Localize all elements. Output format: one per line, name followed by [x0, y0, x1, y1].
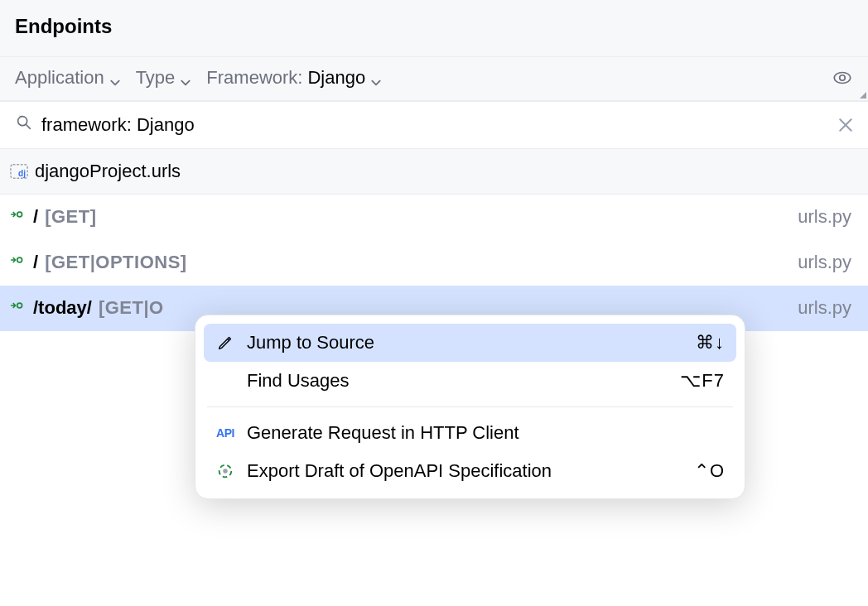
svg-point-1 [840, 75, 846, 81]
context-menu-item-jump-to-source[interactable]: Jump to Source ⌘↓ [204, 324, 736, 362]
pencil-icon [215, 333, 235, 353]
svg-point-8 [17, 212, 22, 217]
context-menu-item-find-usages[interactable]: Find Usages ⌥F7 [204, 362, 736, 400]
api-icon: API [215, 423, 235, 443]
search-row [0, 102, 868, 149]
context-menu-item-export-openapi[interactable]: Export Draft of OpenAPI Specification ⌃O [204, 452, 736, 490]
svg-line-11 [228, 339, 229, 340]
filter-framework-label: Framework: [206, 67, 302, 89]
filter-type[interactable]: Type [136, 67, 192, 89]
filter-application-label: Application [15, 67, 104, 89]
svg-point-0 [834, 73, 851, 84]
svg-text:dj: dj [18, 169, 26, 178]
route-icon [10, 254, 27, 271]
endpoint-path: / [33, 206, 38, 228]
search-icon[interactable] [15, 113, 33, 137]
endpoint-row[interactable]: / [GET] urls.py [0, 195, 868, 240]
endpoint-file: urls.py [798, 297, 858, 319]
panel-title: Endpoints [0, 0, 868, 56]
endpoint-row[interactable]: / [GET|OPTIONS] urls.py [0, 240, 868, 286]
openapi-icon [215, 461, 235, 481]
context-menu-label: Find Usages [247, 370, 668, 392]
endpoint-file: urls.py [798, 206, 858, 228]
filter-application[interactable]: Application [15, 67, 121, 89]
filter-framework[interactable]: Framework: Django [206, 67, 382, 89]
context-menu-separator [207, 406, 733, 407]
chevron-down-icon [180, 72, 191, 84]
route-icon [10, 300, 27, 316]
svg-point-2 [18, 117, 27, 126]
context-menu-shortcut: ⌃O [694, 460, 725, 482]
chevron-down-icon [370, 72, 382, 84]
django-file-icon: dj [10, 162, 28, 180]
resize-grip-icon [860, 92, 866, 99]
section-title: djangoProject.urls [35, 161, 181, 182]
endpoint-path: /today/ [33, 297, 92, 319]
filter-framework-value: Django [307, 67, 365, 89]
section-header[interactable]: dj djangoProject.urls [0, 149, 868, 195]
context-menu: Jump to Source ⌘↓ Find Usages ⌥F7 API Ge… [195, 315, 745, 499]
endpoint-path: / [33, 252, 38, 273]
endpoint-methods: [GET] [45, 206, 96, 228]
endpoint-methods: [GET|O [99, 297, 164, 319]
context-menu-shortcut: ⌘↓ [696, 332, 725, 354]
context-menu-shortcut: ⌥F7 [680, 370, 725, 392]
context-menu-label: Generate Request in HTTP Client [247, 422, 713, 444]
clear-search-button[interactable] [838, 118, 853, 132]
endpoint-file: urls.py [798, 252, 858, 273]
filter-type-label: Type [136, 67, 176, 89]
svg-point-10 [17, 303, 22, 308]
filter-bar: Application Type Framework: Django [0, 56, 868, 101]
context-menu-item-generate-request[interactable]: API Generate Request in HTTP Client [204, 414, 736, 452]
svg-line-3 [27, 125, 31, 129]
svg-point-13 [223, 469, 228, 474]
context-menu-label: Export Draft of OpenAPI Specification [247, 460, 682, 482]
eye-icon [832, 67, 853, 89]
preview-toggle[interactable] [832, 67, 853, 89]
chevron-down-icon [109, 72, 121, 84]
svg-point-9 [17, 257, 22, 262]
context-menu-label: Jump to Source [247, 332, 684, 354]
route-icon [10, 209, 27, 225]
close-icon [839, 118, 852, 132]
search-input[interactable] [41, 114, 830, 136]
endpoint-methods: [GET|OPTIONS] [45, 252, 187, 273]
